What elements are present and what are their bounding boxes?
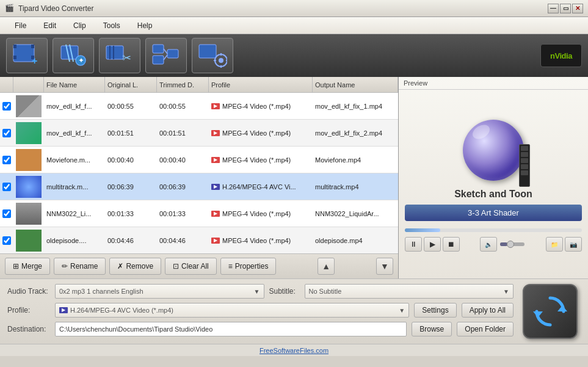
settings-button[interactable]: Settings	[414, 303, 456, 318]
remove-button[interactable]: ✗ Remove	[109, 258, 161, 275]
svg-rect-0	[13, 45, 34, 62]
svg-rect-2	[31, 45, 34, 48]
table-row[interactable]: mov_edl_kf_f... 00:01:51 00:01:51 ▶ MPEG…	[0, 120, 398, 147]
table-header: File Name Original L. Trimmed D. Profile…	[0, 77, 398, 93]
apply-to-all-button[interactable]: Apply to All	[462, 303, 514, 318]
table-row[interactable]: oldepisode.... 00:04:46 00:04:46 ▶ MPEG-…	[0, 227, 398, 253]
table-row[interactable]: multitrack.m... 00:06:39 00:06:39 ▶ H.26…	[0, 173, 398, 200]
row-check[interactable]	[0, 173, 13, 200]
rename-icon: ✏	[62, 262, 68, 271]
preview-controls: ⏸ ▶ ⏹ 🔈 📁 📷	[405, 237, 582, 252]
properties-button[interactable]: ≡ Properties	[220, 258, 277, 275]
row-check[interactable]	[0, 147, 13, 173]
row-original: 00:00:40	[105, 147, 157, 173]
thumbnail	[16, 176, 42, 198]
move-down-button[interactable]: ▼	[376, 258, 393, 275]
clear-all-button[interactable]: ⊡ Clear All	[165, 258, 217, 275]
row-thumb	[13, 120, 44, 146]
browse-button[interactable]: Browse	[412, 322, 452, 336]
clip-button[interactable]: ✂	[99, 38, 140, 73]
volume-thumb[interactable]	[507, 241, 514, 248]
minimize-button[interactable]: —	[548, 4, 559, 13]
profile-icon-blue: ▶	[211, 184, 220, 190]
row-checkbox[interactable]	[2, 236, 11, 245]
thumbnail	[16, 122, 42, 144]
convert-icon	[532, 293, 568, 330]
row-output: oldepisode.mp4	[313, 227, 398, 253]
row-checkbox[interactable]	[2, 183, 11, 191]
footer-link[interactable]: FreeSoftwareFiles.com	[260, 347, 328, 354]
properties-icon: ≡	[228, 262, 233, 271]
table-row[interactable]: NNM3022_Li... 00:01:33 00:01:33 ▶ MPEG-4…	[0, 200, 398, 227]
svg-rect-6	[61, 46, 78, 59]
menu-tools[interactable]: Tools	[95, 19, 129, 32]
row-checkbox[interactable]	[2, 156, 11, 164]
row-thumb	[13, 147, 44, 173]
row-filename: oldepisode....	[44, 227, 105, 253]
destination-row: Destination: Browse Open Folder	[7, 322, 514, 336]
row-original: 00:00:55	[105, 93, 157, 119]
preview-sphere	[463, 120, 524, 181]
audio-track-combo[interactable]: 0x2 mp3 1 channels English ▼	[55, 284, 264, 299]
effects-button[interactable]: ✦	[53, 38, 94, 73]
app-icon: 🎬	[5, 4, 15, 13]
nvidia-badge: nVidia	[540, 44, 582, 67]
menu-file[interactable]: File	[6, 19, 35, 32]
convert-button[interactable]	[523, 284, 578, 339]
volume-controls: 🔈	[480, 237, 526, 252]
folder-button[interactable]: 📷	[565, 237, 582, 252]
merge-button[interactable]: ⊞ Merge	[5, 258, 50, 275]
toolbar-settings-button[interactable]	[192, 38, 233, 73]
destination-input[interactable]	[55, 322, 407, 336]
open-folder-button[interactable]: Open Folder	[457, 322, 514, 336]
row-original: 00:01:33	[105, 200, 157, 227]
subtitle-combo[interactable]: No Subtitle ▼	[305, 284, 514, 299]
add-video-button[interactable]: +	[6, 38, 48, 73]
svg-rect-1	[13, 45, 16, 48]
table-row[interactable]: mov_edl_kf_f... 00:00:55 00:00:55 ▶ MPEG…	[0, 93, 398, 120]
restore-button[interactable]: ▭	[560, 4, 571, 13]
app-title: Tipard Video Converter	[18, 4, 548, 13]
menu-edit[interactable]: Edit	[35, 19, 65, 32]
menu-help[interactable]: Help	[129, 19, 161, 32]
row-checkbox[interactable]	[2, 209, 11, 218]
preview-label: Preview	[399, 77, 588, 90]
move-up-button[interactable]: ▲	[318, 258, 335, 275]
volume-slider[interactable]	[500, 242, 524, 246]
svg-line-18	[164, 49, 167, 54]
row-checkbox[interactable]	[2, 129, 11, 137]
remove-icon: ✗	[117, 262, 123, 271]
volume-button[interactable]: 🔈	[480, 237, 497, 252]
row-trimmed: 00:00:40	[157, 147, 209, 173]
row-check[interactable]	[0, 93, 13, 119]
row-check[interactable]	[0, 120, 13, 146]
stop-button[interactable]: ⏹	[443, 237, 460, 252]
row-output: mov_edl_kf_fix_2.mp4	[313, 120, 398, 146]
rename-button[interactable]: ✏ Rename	[54, 258, 106, 275]
row-check[interactable]	[0, 200, 13, 227]
play-button[interactable]: ▶	[424, 237, 441, 252]
row-output: multitrack.mp4	[313, 173, 398, 200]
row-output: NNM3022_LiquidAr...	[313, 200, 398, 227]
preview-content: Sketch and Toon 3-3 Art Shader ⏸ ▶ ⏹ 🔈	[399, 90, 588, 278]
row-filename: mov_edl_kf_f...	[44, 120, 105, 146]
col-profile: Profile	[209, 77, 313, 92]
table-row[interactable]: Moviefone.m... 00:00:40 00:00:40 ▶ MPEG-…	[0, 147, 398, 173]
row-check[interactable]	[0, 227, 13, 253]
snapshot-button[interactable]: 📁	[546, 237, 563, 252]
preview-progress-fill	[405, 228, 440, 232]
toolbar: + ✦ ✂	[0, 34, 588, 77]
row-thumb	[13, 93, 44, 119]
col-thumb	[13, 77, 44, 92]
col-trimmed: Trimmed D.	[157, 77, 209, 92]
close-button[interactable]: ✕	[572, 4, 583, 13]
row-output: mov_edl_kf_fix_1.mp4	[313, 93, 398, 119]
svg-rect-20	[199, 45, 216, 58]
pause-button[interactable]: ⏸	[405, 237, 422, 252]
menu-clip[interactable]: Clip	[65, 19, 95, 32]
menu-bar: File Edit Clip Tools Help	[0, 17, 588, 34]
row-checkbox[interactable]	[2, 102, 11, 111]
profile-combo[interactable]: ▶ H.264/MPEG-4 AVC Video (*.mp4) ▼	[55, 303, 409, 318]
merge-button[interactable]	[145, 38, 187, 73]
file-table-body: mov_edl_kf_f... 00:00:55 00:00:55 ▶ MPEG…	[0, 93, 398, 253]
